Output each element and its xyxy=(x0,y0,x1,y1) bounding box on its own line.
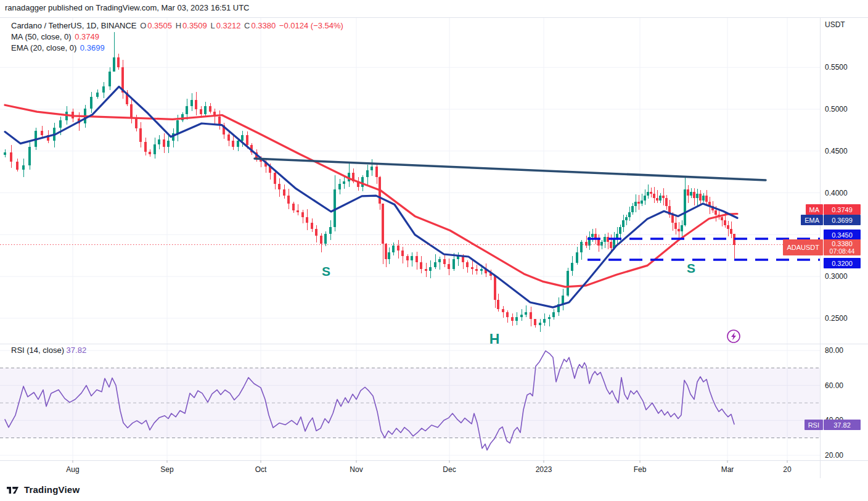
candle-body xyxy=(462,256,464,262)
candle-body xyxy=(571,263,573,270)
candle-body xyxy=(397,246,399,251)
candle-body xyxy=(702,196,705,201)
chart-canvas[interactable]: SHSUSDT0.55000.50000.45000.40000.30000.2… xyxy=(0,0,868,501)
published-chart-page: ranadagger published on TradingView.com,… xyxy=(0,0,868,501)
high-label: H xyxy=(176,21,181,30)
candle-body xyxy=(4,152,6,155)
rsi-label: RSI (14, close) xyxy=(11,346,64,355)
close-value: 0.3380 xyxy=(251,21,276,30)
candle-body xyxy=(705,196,708,202)
lightning-marker-icon[interactable] xyxy=(727,330,740,342)
candle-body xyxy=(525,312,527,315)
time-scale[interactable]: AugSepOctNovDec2023FebMar20 xyxy=(66,460,792,474)
candle-body xyxy=(315,229,317,236)
candle-body xyxy=(204,106,207,115)
candle-body xyxy=(420,262,422,269)
annotations: SHS xyxy=(322,261,695,347)
candle-body xyxy=(671,215,674,223)
candle-body xyxy=(195,100,197,109)
rsi-legend[interactable]: RSI (14, close) 37.82 xyxy=(11,346,86,355)
tradingview-wordmark[interactable]: TradingView xyxy=(24,484,80,495)
candle-body xyxy=(515,317,518,320)
price-scale[interactable]: USDT0.55000.50000.45000.40000.30000.2500… xyxy=(825,20,848,460)
candle-body xyxy=(324,234,327,244)
candle-body xyxy=(690,192,692,195)
candle-body xyxy=(113,57,115,72)
svg-text:2023: 2023 xyxy=(536,465,552,474)
candle-body xyxy=(311,223,313,228)
candle-body xyxy=(283,189,285,195)
high-value: 0.3509 xyxy=(182,21,207,30)
candle-body xyxy=(585,242,588,245)
candle-body xyxy=(724,220,726,225)
candle-body xyxy=(693,192,695,197)
candle-body xyxy=(167,141,170,146)
svg-text:20.00: 20.00 xyxy=(825,451,843,460)
candle-body xyxy=(59,120,62,128)
candle-body xyxy=(466,262,469,267)
pattern-letter-annotation: S xyxy=(322,264,330,278)
candle-body xyxy=(502,309,504,312)
candle-body xyxy=(96,93,99,97)
ma-label: MA (50, close, 0) xyxy=(11,32,72,41)
footer: TradingView xyxy=(0,478,868,501)
symbol-title: Cardano / TetherUS, 1D, BINANCE xyxy=(11,21,137,30)
candle-body xyxy=(401,251,404,256)
candle-body xyxy=(543,319,546,322)
candle-body xyxy=(176,120,179,134)
candle-body xyxy=(320,236,322,244)
overlay-lines xyxy=(5,86,737,307)
candle-body xyxy=(534,319,536,325)
candle-body xyxy=(28,147,31,165)
candle-body xyxy=(361,177,364,187)
candle-body xyxy=(641,201,643,204)
drawings[interactable] xyxy=(0,159,820,260)
candle-body xyxy=(237,141,239,146)
pattern-letter-annotation: S xyxy=(687,261,695,275)
candle-body xyxy=(10,152,12,162)
candle-body xyxy=(696,194,698,198)
candle-body xyxy=(653,194,655,198)
low-value: 0.3212 xyxy=(216,21,241,30)
candle-body xyxy=(287,196,290,204)
symbol-legend-row[interactable]: Cardano / TetherUS, 1D, BINANCE O0.3505 … xyxy=(11,20,345,31)
ema-legend-row[interactable]: EMA (20, close, 0) 0.3699 xyxy=(11,43,345,54)
candle-body xyxy=(16,162,18,169)
low-label: L xyxy=(210,21,215,30)
candle-body xyxy=(163,139,165,147)
candle-body xyxy=(562,296,564,304)
candle-body xyxy=(475,269,478,271)
candle-body xyxy=(619,227,621,234)
axis-currency-label: USDT xyxy=(825,20,845,29)
candle-body xyxy=(511,317,514,320)
candle-body xyxy=(471,267,473,269)
candle-body xyxy=(674,223,677,228)
candle-body xyxy=(232,141,234,146)
candle-body xyxy=(90,97,92,109)
candle-body xyxy=(434,262,436,267)
candle-body xyxy=(144,142,147,152)
candle-body xyxy=(644,196,646,201)
candle-body xyxy=(539,323,541,325)
candle-body xyxy=(297,210,299,212)
candle-body xyxy=(246,135,248,145)
change-value: −0.0124 (−3.54%) xyxy=(279,21,343,30)
svg-text:Dec: Dec xyxy=(443,465,456,474)
candle-body xyxy=(22,165,25,170)
candle-body xyxy=(631,206,634,212)
candle-body xyxy=(186,106,188,115)
chart-legend: Cardano / TetherUS, 1D, BINANCE O0.3505 … xyxy=(11,20,345,54)
candle-body xyxy=(306,217,308,223)
svg-text:Mar: Mar xyxy=(721,465,734,474)
candle-body xyxy=(190,100,193,106)
candle-body xyxy=(699,194,702,201)
ema20-line xyxy=(5,86,737,307)
candle-body xyxy=(637,202,640,204)
candle-body xyxy=(576,252,578,263)
candle-body xyxy=(385,244,387,259)
candle-body xyxy=(135,118,137,128)
close-label: C xyxy=(244,21,250,30)
ma-legend-row[interactable]: MA (50, close, 0) 0.3749 xyxy=(11,31,345,43)
svg-text:20: 20 xyxy=(783,465,792,474)
candle-body xyxy=(130,104,133,118)
